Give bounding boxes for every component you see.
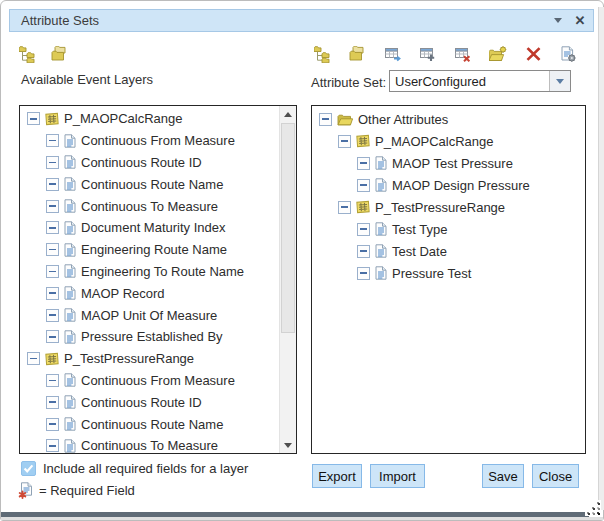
tree-item-label[interactable]: Continuous From Measure <box>81 373 235 388</box>
tree-item[interactable]: P_TestPressureRange <box>20 348 279 370</box>
attribute-set-dropdown-button[interactable] <box>549 71 570 91</box>
collapse-expand-box[interactable] <box>46 134 59 147</box>
scrollbar-thumb[interactable] <box>281 123 295 333</box>
tree-item[interactable]: Continuous Route ID <box>20 391 279 413</box>
collapse-expand-box[interactable] <box>357 157 370 170</box>
scroll-up-button[interactable] <box>280 106 296 122</box>
tree-item-label[interactable]: Test Type <box>392 222 447 237</box>
include-required-fields-checkbox[interactable] <box>21 461 36 476</box>
tree-item[interactable]: P_TestPressureRange <box>312 196 585 218</box>
tree-item-label[interactable]: P_MAOPCalcRange <box>375 134 494 149</box>
tree-item-label[interactable]: Document Maturity Index <box>81 220 226 235</box>
tree-item[interactable]: Pressure Test <box>312 262 585 284</box>
tree-item[interactable]: Continuous Route ID <box>20 152 279 174</box>
collapse-expand-box[interactable] <box>46 374 59 387</box>
tree-item-label[interactable]: Continuous Route Name <box>81 177 223 192</box>
titlebar-close-button[interactable]: ✕ <box>571 12 589 29</box>
tree-item-label[interactable]: Engineering To Route Name <box>81 264 244 279</box>
document-gear-button[interactable] <box>559 45 577 63</box>
tree-item[interactable]: Continuous To Measure <box>20 435 279 453</box>
red-x-button[interactable] <box>524 45 542 63</box>
tree-item-label[interactable]: Continuous Route Name <box>81 417 223 432</box>
tree-item[interactable]: Engineering To Route Name <box>20 261 279 283</box>
tree-item[interactable]: P_MAOPCalcRange <box>20 108 279 130</box>
tree-item-label[interactable]: Pressure Test <box>392 266 471 281</box>
minus-icon <box>30 358 37 360</box>
export-button[interactable]: Export <box>312 464 362 488</box>
tree-item[interactable]: Engineering Route Name <box>20 239 279 261</box>
collapse-expand-box[interactable] <box>46 221 59 234</box>
collapse-expand-box[interactable] <box>46 178 59 191</box>
tree-item-label[interactable]: P_TestPressureRange <box>64 351 194 366</box>
collapse-expand-box[interactable] <box>46 243 59 256</box>
tree-item-label[interactable]: Continuous From Measure <box>81 133 235 148</box>
tree-item[interactable]: Pressure Established By <box>20 326 279 348</box>
folders-button[interactable] <box>51 45 69 63</box>
table-arrow-button[interactable] <box>384 45 402 63</box>
tree-item-label[interactable]: Continuous To Measure <box>81 199 218 214</box>
collapse-expand-box[interactable] <box>46 439 59 452</box>
tree-item-label[interactable]: Test Date <box>392 244 447 259</box>
tree-item[interactable]: Test Type <box>312 218 585 240</box>
attribute-set-combobox[interactable]: UserConfigured <box>389 70 571 92</box>
collapse-expand-box[interactable] <box>319 113 332 126</box>
collapse-expand-box[interactable] <box>46 330 59 343</box>
resize-grip[interactable] <box>585 500 601 516</box>
titlebar-menu-button[interactable] <box>549 12 567 29</box>
scroll-down-button[interactable] <box>280 437 296 453</box>
close-button[interactable]: Close <box>532 464 579 488</box>
tree-item[interactable]: Continuous From Measure <box>20 130 279 152</box>
collapse-expand-box[interactable] <box>338 201 351 214</box>
folders-button[interactable] <box>349 45 367 63</box>
collapse-expand-box[interactable] <box>357 245 370 258</box>
tree-item[interactable]: Other Attributes <box>312 108 585 130</box>
tree-item-label[interactable]: P_MAOPCalcRange <box>64 111 183 126</box>
tree-item[interactable]: MAOP Design Pressure <box>312 174 585 196</box>
collapse-expand-box[interactable] <box>46 309 59 322</box>
attribute-set-label: Attribute Set: <box>311 75 386 90</box>
tree-item[interactable]: Continuous Route Name <box>20 173 279 195</box>
collapse-expand-box[interactable] <box>46 287 59 300</box>
tree-folders-button[interactable] <box>314 45 332 63</box>
tree-item-label[interactable]: MAOP Unit Of Measure <box>81 308 217 323</box>
collapse-expand-box[interactable] <box>46 265 59 278</box>
save-button[interactable]: Save <box>482 464 524 488</box>
tree-item[interactable]: Test Date <box>312 240 585 262</box>
tree-item[interactable]: MAOP Unit Of Measure <box>20 304 279 326</box>
collapse-expand-box[interactable] <box>357 223 370 236</box>
collapse-expand-box[interactable] <box>27 112 40 125</box>
tree-item-label[interactable]: Engineering Route Name <box>81 242 227 257</box>
tree-folders-button[interactable] <box>19 45 37 63</box>
collapse-expand-box[interactable] <box>46 396 59 409</box>
tree-item-label[interactable]: Continuous Route ID <box>81 395 202 410</box>
collapse-expand-box[interactable] <box>27 352 40 365</box>
tree-item-label[interactable]: Pressure Established By <box>81 329 223 344</box>
tree-item[interactable]: P_MAOPCalcRange <box>312 130 585 152</box>
collapse-expand-box[interactable] <box>46 418 59 431</box>
tree-item-label[interactable]: P_TestPressureRange <box>375 200 505 215</box>
tree-item-label[interactable]: MAOP Test Pressure <box>392 156 513 171</box>
vertical-scrollbar[interactable] <box>279 106 296 453</box>
tree-item[interactable]: MAOP Test Pressure <box>312 152 585 174</box>
tree-item-label[interactable]: MAOP Record <box>81 286 165 301</box>
tree-item-label[interactable]: MAOP Design Pressure <box>392 178 530 193</box>
titlebar[interactable]: Attribute Sets ✕ <box>9 9 594 32</box>
folder-gear-button[interactable] <box>489 45 507 63</box>
tree-item[interactable]: MAOP Record <box>20 282 279 304</box>
collapse-expand-box[interactable] <box>357 267 370 280</box>
collapse-expand-box[interactable] <box>46 200 59 213</box>
table-plus-button[interactable] <box>419 45 437 63</box>
tree-item[interactable]: Continuous To Measure <box>20 195 279 217</box>
tree-item[interactable]: Document Maturity Index <box>20 217 279 239</box>
tree-item[interactable]: Continuous From Measure <box>20 370 279 392</box>
tree-item-label[interactable]: Continuous Route ID <box>81 155 202 170</box>
import-button[interactable]: Import <box>370 464 425 488</box>
tree-item-label[interactable]: Other Attributes <box>358 112 448 127</box>
collapse-expand-box[interactable] <box>357 179 370 192</box>
collapse-expand-box[interactable] <box>338 135 351 148</box>
tree-item-label[interactable]: Continuous To Measure <box>81 438 218 453</box>
tree-item[interactable]: Continuous Route Name <box>20 413 279 435</box>
collapse-expand-box[interactable] <box>46 156 59 169</box>
table-x-button[interactable] <box>454 45 472 63</box>
attribute-set-value[interactable]: UserConfigured <box>390 71 549 91</box>
